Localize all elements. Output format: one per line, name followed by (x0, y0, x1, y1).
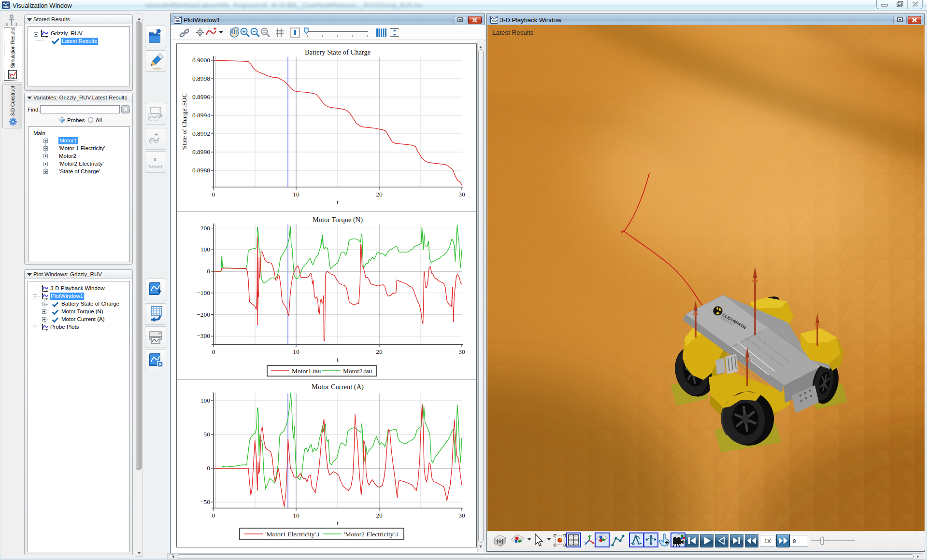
svg-text:0: 0 (212, 348, 215, 355)
svg-text:0.8990: 0.8990 (192, 148, 210, 155)
svg-text:Battery State of Charge: Battery State of Charge (305, 48, 371, 56)
svg-text:30: 30 (458, 512, 465, 519)
svg-text:50: 50 (204, 431, 211, 438)
svg-text:0: 0 (207, 267, 210, 275)
svg-text:y: y (590, 534, 592, 537)
svg-text:+: + (158, 108, 160, 112)
svg-text:0.9000: 0.9000 (192, 56, 210, 64)
svg-text:'Motor1 Electricity'.i: 'Motor1 Electricity'.i (265, 531, 319, 538)
svg-text:−200: −200 (197, 311, 210, 318)
svg-text:SIM: SIM (175, 20, 181, 23)
svg-text:0.8992: 0.8992 (192, 130, 210, 137)
svg-text:Motor Current (A): Motor Current (A) (312, 383, 364, 391)
svg-text:100: 100 (200, 397, 211, 404)
svg-text:30: 30 (458, 348, 465, 355)
svg-text:0.8998: 0.8998 (192, 75, 210, 82)
svg-text:x: x (153, 155, 157, 163)
svg-text:10: 10 (293, 348, 299, 355)
svg-text:SIM: SIM (3, 5, 9, 9)
svg-text:0: 0 (207, 464, 210, 472)
svg-text:20: 20 (376, 191, 383, 198)
svg-text:'State of Charge'.SOC: 'State of Charge'.SOC (181, 93, 188, 150)
svg-text:Motor1.tau: Motor1.tau (292, 367, 321, 375)
svg-text:0: 0 (212, 512, 215, 519)
svg-text:t: t (337, 356, 339, 363)
svg-text:t: t (337, 519, 339, 527)
svg-text:'Motor2 Electricity'.i: 'Motor2 Electricity'.i (344, 531, 398, 538)
svg-text:SIM: SIM (492, 20, 497, 23)
svg-text:10: 10 (293, 512, 299, 519)
svg-text:t: t (337, 198, 339, 206)
svg-text:Motor2.tau: Motor2.tau (343, 367, 372, 375)
svg-text:z: z (584, 541, 585, 544)
svg-text:−50: −50 (200, 498, 210, 505)
svg-text:+: + (154, 130, 158, 138)
svg-text:20: 20 (376, 512, 383, 519)
svg-text:0.8996: 0.8996 (192, 93, 210, 100)
svg-text:−300: −300 (197, 332, 210, 339)
svg-text:100: 100 (200, 246, 211, 253)
svg-text:0.8988: 0.8988 (192, 167, 210, 174)
svg-text:20: 20 (376, 348, 383, 355)
svg-text:200: 200 (200, 224, 211, 232)
svg-text:Motor Torque (N): Motor Torque (N) (313, 216, 363, 224)
svg-text:30: 30 (458, 191, 465, 198)
svg-text:−100: −100 (197, 289, 210, 296)
svg-text:0.8994: 0.8994 (192, 112, 210, 119)
svg-text:10: 10 (293, 191, 299, 198)
svg-text:0: 0 (212, 191, 215, 198)
